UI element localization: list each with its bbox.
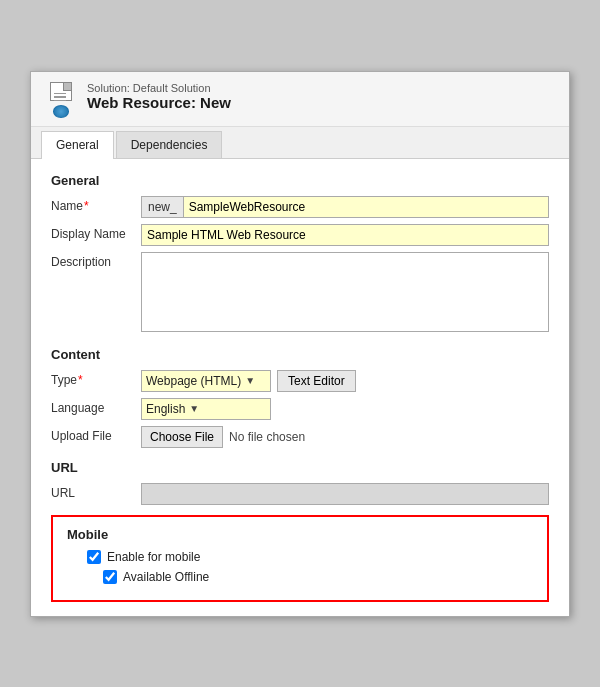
- language-row: Language English ▼: [51, 398, 549, 420]
- enable-mobile-label[interactable]: Enable for mobile: [107, 550, 200, 564]
- type-required: *: [78, 373, 83, 387]
- document-lines: [54, 93, 66, 104]
- tab-bar: General Dependencies: [31, 127, 569, 159]
- doc-line-2: [54, 96, 66, 98]
- enable-mobile-row: Enable for mobile: [67, 550, 533, 564]
- upload-file-row: Upload File Choose File No file chosen: [51, 426, 549, 448]
- main-window: Solution: Default Solution Web Resource:…: [30, 71, 570, 617]
- name-label: Name*: [51, 196, 141, 213]
- upload-file-group: Choose File No file chosen: [141, 426, 305, 448]
- upload-file-label: Upload File: [51, 426, 141, 443]
- language-label: Language: [51, 398, 141, 415]
- language-select[interactable]: English ▼: [141, 398, 271, 420]
- type-select[interactable]: Webpage (HTML) ▼: [141, 370, 271, 392]
- url-row: URL: [51, 483, 549, 505]
- name-prefix: new_: [141, 196, 183, 218]
- doc-line-1: [54, 93, 66, 95]
- language-select-arrow-icon: ▼: [189, 403, 199, 414]
- description-input[interactable]: [141, 252, 549, 332]
- page-title: Web Resource: New: [87, 94, 231, 111]
- description-row: Description: [51, 252, 549, 335]
- name-input[interactable]: [183, 196, 549, 218]
- header-text: Solution: Default Solution Web Resource:…: [87, 82, 231, 111]
- content-section-title: Content: [51, 347, 549, 362]
- url-display: [141, 483, 549, 505]
- display-name-row: Display Name: [51, 224, 549, 246]
- available-offline-label[interactable]: Available Offline: [123, 570, 209, 584]
- type-select-group: Webpage (HTML) ▼ Text Editor: [141, 370, 356, 392]
- url-section-title: URL: [51, 460, 549, 475]
- doc-line-3: [54, 100, 66, 102]
- document-icon: [50, 82, 72, 102]
- header-icon: [45, 82, 77, 118]
- type-label: Type*: [51, 370, 141, 387]
- enable-mobile-checkbox[interactable]: [87, 550, 101, 564]
- tab-general[interactable]: General: [41, 131, 114, 159]
- url-label: URL: [51, 483, 141, 500]
- main-content: General Name* new_ Display Name Descript…: [31, 159, 569, 616]
- display-name-input[interactable]: [141, 224, 549, 246]
- no-file-text: No file chosen: [229, 430, 305, 444]
- available-offline-row: Available Offline: [67, 570, 533, 584]
- window-header: Solution: Default Solution Web Resource:…: [31, 72, 569, 127]
- mobile-section: Mobile Enable for mobile Available Offli…: [51, 515, 549, 602]
- description-label: Description: [51, 252, 141, 269]
- display-name-field-container: [141, 224, 549, 246]
- general-section-title: General: [51, 173, 549, 188]
- globe-icon: [53, 105, 69, 117]
- choose-file-button[interactable]: Choose File: [141, 426, 223, 448]
- name-required: *: [84, 199, 89, 213]
- type-select-arrow-icon: ▼: [245, 375, 255, 386]
- mobile-section-title: Mobile: [67, 527, 533, 542]
- display-name-label: Display Name: [51, 224, 141, 241]
- type-row: Type* Webpage (HTML) ▼ Text Editor: [51, 370, 549, 392]
- available-offline-checkbox[interactable]: [103, 570, 117, 584]
- solution-label: Solution: Default Solution: [87, 82, 231, 94]
- url-field-container: [141, 483, 549, 505]
- text-editor-button[interactable]: Text Editor: [277, 370, 356, 392]
- description-field-container: [141, 252, 549, 335]
- name-field-group: new_: [141, 196, 549, 218]
- tab-dependencies[interactable]: Dependencies: [116, 131, 223, 158]
- name-row: Name* new_: [51, 196, 549, 218]
